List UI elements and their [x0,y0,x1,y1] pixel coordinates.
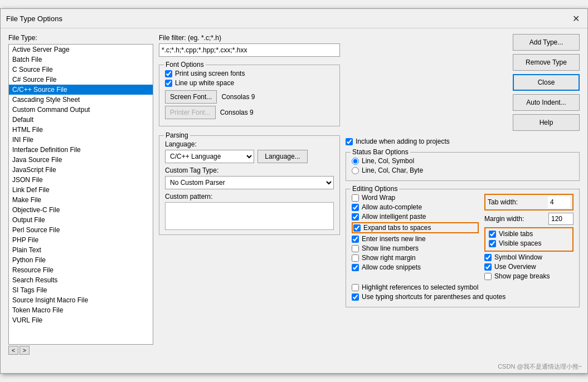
list-item[interactable]: Perl Source File [9,225,153,235]
printer-font-row: Printer Font... Consolas 9 [165,106,334,119]
list-item[interactable]: Batch File [9,55,153,65]
file-filter-input[interactable] [159,43,340,57]
auto-complete-label: Allow auto-complete [362,203,422,211]
visible-spaces-checkbox[interactable] [489,240,496,247]
editing-right-col: Tab width: Margin width: Visib [484,194,574,282]
list-item[interactable]: C/C++ Source File [9,85,153,95]
list-item[interactable]: Output File [9,215,153,225]
list-item[interactable]: HTML File [9,125,153,135]
typing-shortcuts-label: Use typing shortcuts for parentheses and… [362,293,506,301]
language-button[interactable]: Language... [257,150,308,163]
visible-tabs-checkbox[interactable] [489,231,496,238]
line-up-whitespace-checkbox[interactable] [165,80,172,87]
file-filter-label: File filter: (eg. *.c;*.h) [159,34,340,42]
help-button[interactable]: Help [513,114,580,131]
visible-tabs-label: Visible tabs [499,230,533,238]
tab-width-input[interactable] [548,196,570,208]
font-options-group: Font Options Print using screen fonts Li… [159,65,340,126]
list-item[interactable]: Cascading Style Sheet [9,95,153,105]
list-item[interactable]: C Source File [9,65,153,75]
list-item[interactable]: Python File [9,255,153,265]
list-item[interactable]: JavaScript File [9,165,153,175]
printer-font-button[interactable]: Printer Font... [165,106,216,119]
visible-tabs-row: Visible tabs [489,230,569,238]
list-item[interactable]: Resource File [9,265,153,275]
list-item[interactable]: Link Def File [9,185,153,195]
status-radio-2-label: Line, Col, Char, Byte [362,166,423,174]
list-item[interactable]: Custom Command Output [9,105,153,115]
typing-shortcuts-checkbox[interactable] [352,293,359,301]
tab-width-row: Tab width: [484,194,574,210]
use-overview-checkbox[interactable] [484,263,492,271]
highlight-references-checkbox[interactable] [352,284,359,291]
margin-width-input[interactable] [548,213,574,225]
auto-complete-checkbox[interactable] [352,204,359,211]
list-item[interactable]: JSON File [9,175,153,185]
list-item[interactable]: SI Tags File [9,285,153,295]
word-wrap-label: Word Wrap [362,194,395,202]
file-list[interactable]: Active Server PageBatch FileC Source Fil… [8,44,153,345]
close-x-button[interactable]: ✕ [570,12,582,25]
title-bar: File Type Options ✕ [1,9,587,28]
list-item[interactable]: Java Source File [9,155,153,165]
include-projects-checkbox[interactable] [346,138,353,145]
list-nav-right[interactable]: > [20,346,30,355]
list-item[interactable]: Source Insight Macro File [9,295,153,305]
file-type-options-dialog: File Type Options ✕ File Type: Active Se… [0,8,588,374]
show-page-breaks-checkbox[interactable] [484,273,492,280]
close-button[interactable]: Close [513,74,580,91]
margin-width-row: Margin width: [484,213,574,225]
intelligent-paste-checkbox[interactable] [352,213,359,221]
dialog-title: File Type Options [6,14,62,23]
word-wrap-checkbox[interactable] [352,194,359,202]
custom-pattern-label: Custom pattern: [165,193,334,200]
add-type-button[interactable]: Add Type... [513,34,580,51]
line-up-whitespace-label: Line up white space [175,79,234,87]
custom-pattern-input[interactable] [165,202,334,230]
word-wrap-row: Word Wrap [352,194,479,202]
list-item[interactable]: Objective-C File [9,205,153,215]
expand-tabs-checkbox[interactable] [353,224,361,232]
enter-newline-checkbox[interactable] [352,236,359,243]
list-item[interactable]: Plain Text [9,245,153,255]
status-radio-2[interactable] [352,167,359,174]
list-item[interactable]: Search Results [9,275,153,285]
list-item[interactable]: Active Server Page [9,45,153,55]
list-item[interactable]: PHP File [9,235,153,245]
auto-indent-button[interactable]: Auto Indent... [513,94,580,111]
remove-type-button[interactable]: Remove Type [513,54,580,71]
tab-width-label: Tab width: [488,198,545,206]
status-radio-row2: Line, Col, Char, Byte [352,166,574,174]
status-bar-title: Status Bar Options [351,148,410,156]
margin-width-label: Margin width: [484,215,545,223]
watermark: CSDN @我不是通情达理小熊~ [1,360,587,373]
visible-spaces-row: Visible spaces [489,239,569,247]
symbol-window-row: Symbol Window [484,253,574,261]
list-item[interactable]: Token Macro File [9,305,153,315]
custom-tag-dropdown[interactable]: No Custom Parser Custom Parser 1 [165,176,334,189]
print-screen-fonts-checkbox[interactable] [165,70,172,77]
show-page-breaks-label: Show page breaks [494,272,550,280]
status-radio-1[interactable] [352,158,359,165]
symbol-window-checkbox[interactable] [484,254,492,261]
auto-complete-row: Allow auto-complete [352,203,479,211]
list-item[interactable]: Make File [9,195,153,205]
list-nav-left[interactable]: < [8,346,18,355]
show-line-numbers-checkbox[interactable] [352,245,359,252]
list-item[interactable]: Interface Definition File [9,145,153,155]
visible-spaces-label: Visible spaces [499,239,542,247]
parsing-group: Parsing Language: C/C++ Language None Ja… [159,135,340,235]
list-item[interactable]: C# Source File [9,75,153,85]
show-right-margin-checkbox[interactable] [352,254,359,262]
list-item[interactable]: Default [9,115,153,125]
list-item[interactable]: VURL File [9,315,153,325]
list-item[interactable]: INI File [9,135,153,145]
status-radio-1-label: Line, Col, Symbol [362,157,414,165]
font-options-title: Font Options [164,61,206,68]
allow-snippets-checkbox[interactable] [352,264,359,271]
show-right-margin-row: Show right margin [352,254,479,262]
screen-font-button[interactable]: Screen Font... [165,90,217,104]
intelligent-paste-label: Allow intelligent paste [362,213,426,221]
dialog-body: File Type: Active Server PageBatch FileC… [1,28,587,360]
language-dropdown[interactable]: C/C++ Language None Java C# Python [165,150,254,163]
